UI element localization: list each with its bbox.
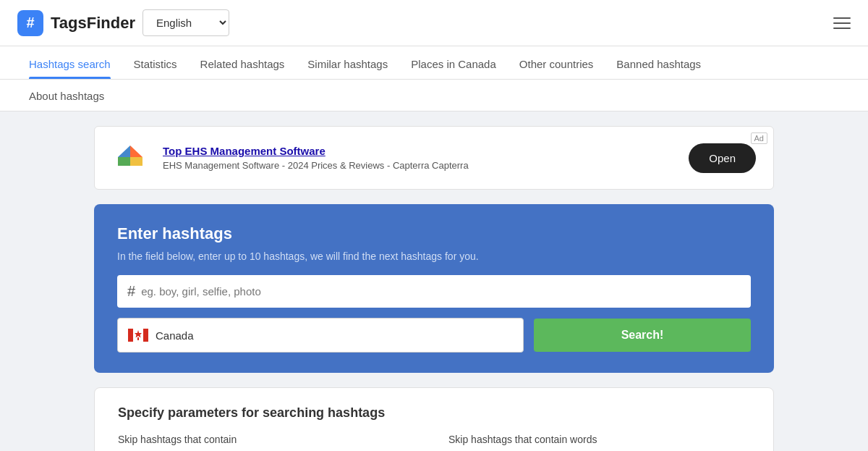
params-row: Skip hashtags that contain Skip hashtags…: [118, 434, 750, 451]
hashtag-input-row: #: [117, 275, 751, 308]
search-section: Enter hashtags In the field below, enter…: [94, 204, 774, 373]
svg-marker-4: [118, 157, 130, 166]
search-bottom-row: Canada Search!: [117, 318, 751, 353]
logo-area: # TagsFinder English French Spanish: [17, 9, 229, 36]
nav-item-about-hashtags[interactable]: About hashtags: [17, 83, 116, 111]
params-col2-label: Skip hashtags that contain words: [448, 434, 750, 445]
svg-rect-6: [128, 329, 133, 342]
params-section: Specify parameters for searching hashtag…: [94, 387, 774, 451]
ad-open-button[interactable]: Open: [689, 143, 756, 173]
svg-rect-9: [137, 337, 139, 340]
search-description: In the field below, enter up to 10 hasht…: [117, 250, 751, 262]
ad-logo-icon: [115, 143, 145, 173]
nav-bar: Hashtags search Statistics Related hasht…: [0, 46, 868, 80]
logo-icon: #: [17, 10, 43, 36]
nav-items: Hashtags search Statistics Related hasht…: [17, 46, 851, 79]
nav-item-hashtags-search[interactable]: Hashtags search: [17, 46, 122, 79]
svg-marker-2: [118, 146, 130, 157]
nav-item-similar-hashtags[interactable]: Similar hashtags: [296, 46, 399, 79]
nav-item-banned-hashtags[interactable]: Banned hashtags: [605, 46, 712, 79]
country-label: Canada: [156, 329, 194, 342]
search-button[interactable]: Search!: [534, 319, 751, 352]
ad-label: Ad: [751, 132, 767, 144]
ad-banner: Ad Top EHS Management Software EHS Manag…: [94, 126, 774, 190]
hamburger-menu[interactable]: [833, 17, 851, 29]
country-select[interactable]: Canada: [117, 318, 524, 353]
main-content: Ad Top EHS Management Software EHS Manag…: [0, 111, 868, 451]
ad-logo: [112, 140, 148, 176]
params-col-1: Skip hashtags that contain: [118, 434, 420, 451]
params-col-2: Skip hashtags that contain words: [448, 434, 750, 451]
hashtag-input[interactable]: [141, 275, 741, 308]
hash-symbol: #: [127, 283, 135, 300]
language-select[interactable]: English French Spanish: [142, 9, 229, 36]
nav-item-statistics[interactable]: Statistics: [122, 46, 189, 79]
search-title: Enter hashtags: [117, 224, 751, 243]
params-col1-label: Skip hashtags that contain: [118, 434, 420, 445]
svg-marker-3: [130, 157, 142, 166]
nav-row2: About hashtags: [0, 80, 868, 111]
ad-content: Top EHS Management Software EHS Manageme…: [163, 145, 674, 171]
header: # TagsFinder English French Spanish: [0, 0, 868, 46]
ad-subtitle: EHS Management Software - 2024 Prices & …: [163, 160, 674, 171]
nav-item-related-hashtags[interactable]: Related hashtags: [189, 46, 297, 79]
nav-item-places-in-canada[interactable]: Places in Canada: [399, 46, 508, 79]
logo-text: TagsFinder: [51, 14, 135, 33]
nav-item-other-countries[interactable]: Other countries: [508, 46, 605, 79]
svg-marker-1: [130, 146, 142, 157]
params-title: Specify parameters for searching hashtag…: [118, 405, 750, 421]
canada-flag-icon: [128, 329, 148, 342]
svg-rect-7: [143, 329, 148, 342]
ad-title[interactable]: Top EHS Management Software: [163, 145, 674, 157]
